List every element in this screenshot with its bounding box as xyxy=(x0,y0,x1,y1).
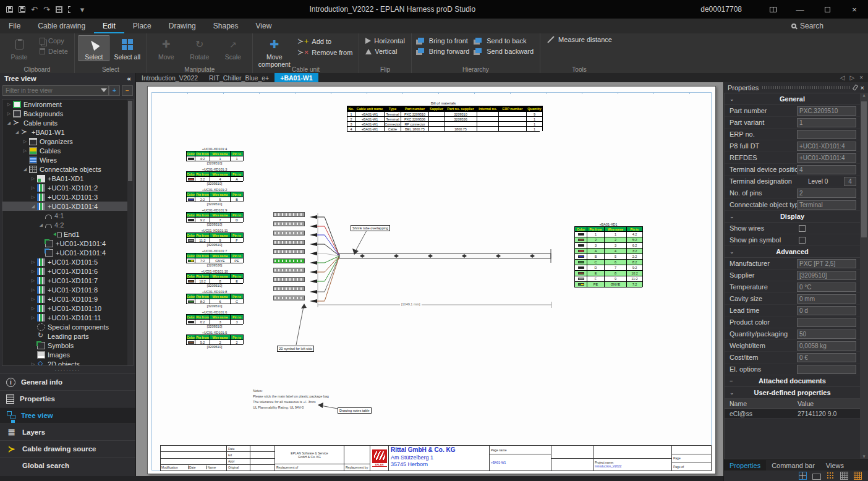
tree-item[interactable]: ▷ +UC01-XD101:2 xyxy=(2,183,133,192)
left-nav-item[interactable]: Tree view xyxy=(0,407,135,424)
callout-drawing-notes[interactable]: Drawing notes table xyxy=(338,407,372,414)
tree-item[interactable]: Special components xyxy=(2,322,133,331)
panel-bottom-tab[interactable]: Properties xyxy=(724,460,766,470)
add-to-button[interactable]: ≻+Add to xyxy=(295,36,355,46)
restore-button[interactable] xyxy=(814,0,841,19)
tree-item[interactable]: ▷ Cables xyxy=(2,146,133,155)
callout-2d-symbol[interactable]: 2D symbol for left side xyxy=(277,346,314,352)
document-tab[interactable]: +BA01-W1 xyxy=(274,73,318,82)
tab-prev-icon[interactable]: ◁ xyxy=(840,74,845,81)
undo-icon[interactable]: ↶ xyxy=(31,6,38,14)
tree-item[interactable]: End1 xyxy=(2,229,133,239)
tree-expander-icon[interactable]: ▷ xyxy=(30,315,36,320)
move-component-button[interactable]: ✚ Move component xyxy=(257,35,292,69)
fullscreen-icon[interactable] xyxy=(68,6,75,13)
tree-item[interactable]: ◢ Cable units xyxy=(2,118,133,127)
property-value-field[interactable]: [3209510] xyxy=(797,271,856,280)
ribbon-tab[interactable]: Drawing xyxy=(160,19,205,33)
tree-expander-icon[interactable]: ◢ xyxy=(22,167,28,172)
callout-shrink-tube[interactable]: Shrink tube overlapping xyxy=(351,225,390,231)
tree-expander-icon[interactable]: ◢ xyxy=(30,204,36,209)
wire-end-table[interactable]: +UC01-XD101:7 Color Pin from Wire name P… xyxy=(186,249,243,267)
left-nav-item[interactable]: Properties xyxy=(0,390,135,407)
delete-button[interactable]: Delete xyxy=(37,47,70,56)
checkbox[interactable] xyxy=(799,225,806,232)
checkbox[interactable] xyxy=(799,237,806,244)
wire-end-table[interactable]: +UC01-XD101:8 Color Pin from Wire name P… xyxy=(186,290,243,308)
property-value-field[interactable] xyxy=(797,318,856,327)
close-panel-icon[interactable]: × xyxy=(861,84,864,92)
grid-active-icon[interactable] xyxy=(854,472,862,480)
selection-rectangle-icon[interactable] xyxy=(812,474,821,480)
property-value-field[interactable]: 4 xyxy=(797,165,856,174)
property-value-field[interactable]: PXC.3209510 xyxy=(797,106,856,116)
section-display[interactable]: ⌄ Display xyxy=(725,211,860,223)
select-all-button[interactable]: Select all xyxy=(112,35,143,61)
ribbon-tab[interactable]: Edit xyxy=(94,19,124,33)
ribbon-tab[interactable]: Place xyxy=(124,19,160,33)
tree-item[interactable]: ◢ +BA01-W1 xyxy=(2,127,133,137)
section-advanced[interactable]: ⌄ Advanced xyxy=(725,246,860,258)
property-value-field[interactable]: 0 °C xyxy=(797,283,856,292)
property-value-field[interactable] xyxy=(797,365,856,374)
tree-expander-icon[interactable]: ◢ xyxy=(6,121,12,126)
panel-splitter[interactable]: ········· xyxy=(0,368,135,373)
tree-item[interactable]: ▷ +UC01-XD101:5 xyxy=(2,257,133,266)
drawing-page[interactable]: Bill of materials No.Cable unit nameType… xyxy=(147,86,716,474)
panel-bottom-tab[interactable]: Views xyxy=(820,460,849,470)
document-tab[interactable]: Introduction_V2022 xyxy=(136,73,203,82)
bill-of-materials[interactable]: Bill of materials No.Cable unit nameType… xyxy=(347,101,540,132)
tree-item[interactable]: ▷ +BA01-XD1 xyxy=(2,174,133,183)
redo-icon[interactable]: ↷ xyxy=(43,6,50,14)
close-button[interactable]: × xyxy=(841,0,868,19)
tree-expander-icon[interactable]: ▷ xyxy=(6,102,12,107)
tree-item[interactable]: ◢ 4:2 xyxy=(2,220,133,229)
copy-button[interactable]: Copy xyxy=(37,36,70,45)
tree-item[interactable]: +UC01-XD101:4 xyxy=(2,248,133,257)
move-button[interactable]: ✚ Move xyxy=(151,35,182,61)
tree-item[interactable]: ▷ +UC01-XD101:10 xyxy=(2,304,133,313)
wire-end-table[interactable]: +UC01-XD101:4 Color Pin from Wire name P… xyxy=(186,147,243,165)
tree-expander-icon[interactable]: ▷ xyxy=(22,148,28,153)
tree-item[interactable]: ▷ +UC01-XD101:8 xyxy=(2,285,133,294)
bring-to-front-button[interactable]: Bring to front xyxy=(415,36,472,45)
selection-grid-icon[interactable] xyxy=(56,6,62,13)
pin-panel-icon[interactable] xyxy=(852,84,857,90)
tree-item[interactable]: ▷ +UC01-XD101:7 xyxy=(2,276,133,285)
tree-item[interactable]: ▷ +UC01-XD101:11 xyxy=(2,313,133,322)
tree-filter-input[interactable] xyxy=(2,85,109,96)
tree-expander-icon[interactable]: ▷ xyxy=(6,111,12,116)
tab-close-icon[interactable]: × xyxy=(859,74,863,81)
tree-expander-icon[interactable]: ▷ xyxy=(22,139,28,144)
tree-expander-icon[interactable]: ◢ xyxy=(14,130,20,135)
expand-all-button[interactable]: + xyxy=(109,85,120,96)
tree-item[interactable]: ▷ Organizers xyxy=(2,137,133,146)
left-nav-item[interactable]: i General info xyxy=(0,373,135,390)
userdef-table-row[interactable]: eCl@ss 27141120 9.0 xyxy=(725,409,860,419)
collapse-all-button[interactable]: − xyxy=(122,85,133,96)
tree-item[interactable]: ▷ 2D objects xyxy=(2,359,133,366)
tree-item[interactable]: Images xyxy=(2,350,133,359)
property-value-field[interactable]: 0 d xyxy=(797,306,856,315)
tree-expander-icon[interactable]: ▷ xyxy=(30,260,36,265)
ribbon-tab[interactable]: File xyxy=(0,19,29,33)
wire-end-table[interactable]: +UC01-XD101:3 Color Pin from Wire name P… xyxy=(186,168,243,185)
property-value-field[interactable]: 2 xyxy=(797,189,856,198)
ribbon-tab[interactable]: View xyxy=(247,19,281,33)
paste-button[interactable]: Paste xyxy=(4,35,35,61)
grid-icon[interactable] xyxy=(840,472,848,480)
tree-item[interactable]: Symbols xyxy=(2,341,133,350)
tree-item[interactable]: ▷ +UC01-XD101:3 xyxy=(2,192,133,202)
tree-expander-icon[interactable]: ▷ xyxy=(30,269,36,274)
ribbon-tab[interactable]: Cable drawing xyxy=(29,19,94,33)
property-value-field[interactable]: 0 € xyxy=(797,353,856,362)
tree-expander-icon[interactable]: ▷ xyxy=(30,278,36,283)
tree-item[interactable]: 4:1 xyxy=(2,211,133,220)
section-attached-documents[interactable]: − Attached documents xyxy=(725,375,860,387)
property-value-field[interactable]: Terminal xyxy=(797,200,856,210)
wire-end-table[interactable]: +UC01-XD101:9 Color Pin from Wire name P… xyxy=(186,208,243,226)
select-button[interactable]: Select xyxy=(79,35,109,61)
tree-item[interactable]: ◢ +UC01-XD101:4 xyxy=(2,202,133,211)
save-all-icon[interactable] xyxy=(19,6,25,13)
tree-item[interactable]: Wires xyxy=(2,155,133,164)
